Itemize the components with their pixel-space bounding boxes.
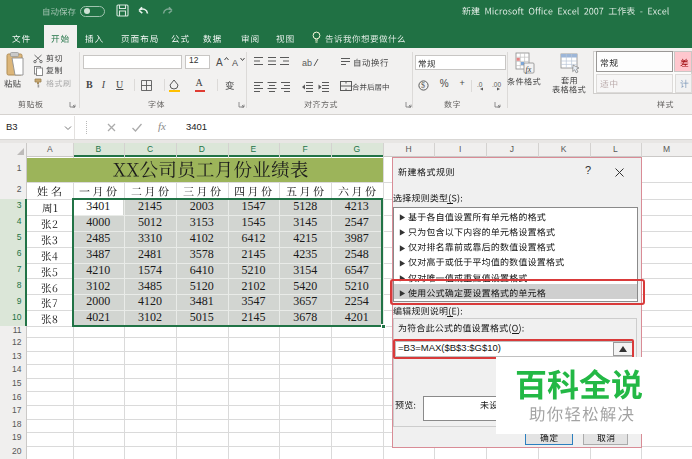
svg-text:A: A (216, 57, 223, 68)
svg-text:ab: ab (302, 58, 312, 68)
svg-text:A: A (232, 58, 238, 68)
svg-text:.0: .0 (477, 81, 483, 88)
svg-text:$: $ (421, 81, 425, 90)
svg-text:.00: .00 (492, 81, 501, 88)
svg-text:fx: fx (526, 65, 532, 74)
